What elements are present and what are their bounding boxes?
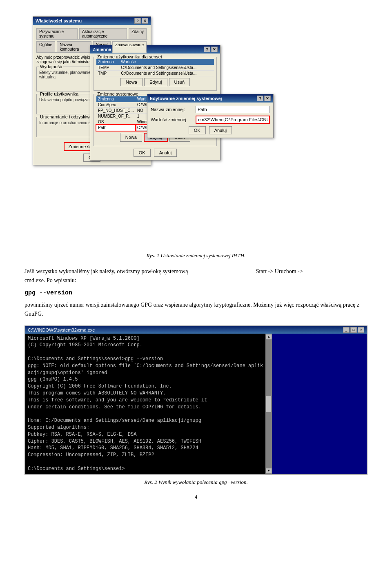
user-new-btn[interactable]: Nowa (120, 78, 143, 86)
intro-right-text: Start -> Uruchom -> (256, 268, 303, 274)
cmd-body-wrapper: Microsoft Windows XP [Wersja 5.1.2600] (… (25, 334, 367, 474)
envvars-titlebar: Zmienne środowiskowe ? ✕ (90, 45, 220, 53)
sys-var-3: OS (96, 119, 136, 125)
scrollbar-thumb[interactable] (266, 396, 271, 412)
editvar-help-btn[interactable]: ? (257, 96, 263, 101)
userprofile-label: Profile użytkownika (39, 91, 79, 96)
sys-new-btn[interactable]: Nowa (120, 133, 142, 142)
sys-vars-label: Zmienne systemowe (96, 91, 139, 96)
user-vars-label: Zmienne użytkownika dla sensei (96, 54, 163, 59)
table-row[interactable]: TEMP C:\Documents and Settings\sensei\Us… (96, 65, 214, 71)
tab-restore[interactable]: Przywracanie systemu (36, 28, 78, 39)
top-tab-bar: Przywracanie systemu Aktualizacje automa… (36, 28, 147, 40)
varname-label: Nazwa zmiennej: (151, 107, 196, 112)
varvalue-row: Wartość zmiennej: (151, 116, 270, 124)
cmd-body: Microsoft Windows XP [Wersja 5.1.2600] (… (25, 334, 265, 474)
close-btn[interactable]: ✕ (142, 18, 148, 24)
sysprops-titlebar: Właściwości systemu ? ✕ (33, 17, 151, 25)
figure1-caption: Rys. 1 Ustawianie zmiennej systemowej PA… (24, 252, 368, 259)
editvar-title: Edytowanie zmiennej systemowej (150, 96, 222, 101)
user-var-1: TMP (96, 71, 119, 76)
cmd-window: C:\WINDOWS\system32\cmd.exe _ □ ✕ Micros… (24, 325, 368, 475)
editvar-cancel-btn[interactable]: Anuluj (209, 126, 232, 134)
editvar-content: Nazwa zmiennej: Wartość zmiennej: OK Anu… (147, 102, 273, 138)
editvar-ok-btn[interactable]: OK (189, 126, 206, 134)
page-number: 4 (24, 494, 368, 500)
user-vars-section: Zmienne użytkownika dla sensei Zmienna W… (94, 57, 217, 91)
cmd-line-17: Compression: Uncompressed, ZIP, ZLIB, BZ… (28, 452, 263, 459)
tab-updates[interactable]: Aktualizacje automatyczne (79, 28, 127, 39)
intro-col-left: Jeśli wszystko wykonaliśmy jak należy, o… (24, 267, 248, 285)
envvars-cancel-btn[interactable]: Anuluj (154, 149, 177, 157)
user-val-0: C:\Documents and Settings\sensei\Usta... (119, 65, 214, 71)
cmd-line-8: This program comes with ABSOLUTELY NO WA… (28, 390, 263, 397)
cmd-line-13: Supported algorithms: (28, 424, 263, 431)
cmd-line-16: Hash: MD5, SHA1, RIPEMD160, SHA256, SHA3… (28, 445, 263, 452)
help-btn[interactable]: ? (134, 18, 141, 24)
sys-col-var: Zmienna (96, 96, 136, 102)
user-vars-table: Zmienna Wartość TEMP C:\Documents and Se… (96, 59, 214, 76)
editvar-title-btns: ? ✕ (257, 96, 271, 101)
figure1-area: Właściwości systemu ? ✕ Przywracanie sys… (24, 12, 368, 249)
gpg-command: gpg --version (24, 290, 368, 296)
cmd-title: C:\WINDOWS\system32\cmd.exe (28, 328, 95, 332)
user-var-buttons: Nowa Edytuj Usuń (96, 78, 214, 86)
scrollbar-down-btn[interactable]: ▼ (266, 468, 272, 473)
cmd-line-9: This is free software, and you are welco… (28, 397, 263, 404)
varname-input[interactable] (196, 106, 270, 113)
cmd-line-19: C:\Documents and Settings\sensei> (28, 466, 263, 472)
cmd-close-btn[interactable]: ✕ (358, 327, 364, 333)
envvars-help-btn[interactable]: ? (204, 47, 210, 52)
user-edit-btn[interactable]: Edytuj (144, 78, 167, 86)
sysprops-title: Właściwości systemu (36, 18, 82, 23)
envvars-title-btns: ? ✕ (204, 47, 218, 52)
cmd-line-2 (28, 349, 263, 356)
cmd-titlebar: C:\WINDOWS\system32\cmd.exe _ □ ✕ (25, 326, 367, 334)
sys-var-0: ComSpec (96, 102, 136, 108)
editvar-bottom-btns: OK Anuluj (151, 126, 270, 134)
para1-text: powinniśmy ujrzeć numer wersji zainstalo… (24, 301, 368, 319)
intro-left-text: Jeśli wszystko wykonaliśmy jak należy, o… (24, 268, 188, 274)
cmd-line-5: acji/gnupg\options' ignored (28, 370, 263, 377)
envvars-ok-btn[interactable]: OK (134, 149, 151, 157)
sys-var-4: Path (96, 125, 136, 131)
varvalue-label: Wartość zmiennej: (151, 117, 196, 122)
tab-remote[interactable]: Zdalny (129, 28, 147, 39)
intro-col-right: Start -> Uruchom -> (256, 267, 368, 285)
cmd-line-18 (28, 459, 263, 466)
user-val-1: C:\Documents and Settings\sensei\Usta... (119, 71, 214, 76)
editvar-close-btn[interactable]: ✕ (264, 96, 271, 101)
varname-row: Nazwa zmiennej: (151, 106, 270, 113)
cmd-line-6: gpg (GnuPG) 1.4.5 (28, 376, 263, 383)
figure2-caption: Rys. 2 Wynik wywołania polecenia gpg –ve… (24, 479, 368, 486)
user-delete-btn[interactable]: Usuń (169, 78, 190, 86)
cmd-titlebar-btns: _ □ ✕ (343, 327, 364, 333)
cmd-minimize-btn[interactable]: _ (343, 327, 350, 333)
sysprops-title-btns: ? ✕ (134, 18, 148, 24)
tab-computer[interactable]: Nazwa komputera (57, 41, 91, 52)
table-row[interactable]: TMP C:\Documents and Settings\sensei\Ust… (96, 71, 214, 76)
user-col-var: Zmienna (96, 59, 119, 65)
tab-advanced[interactable]: Zaawansowane (112, 41, 147, 53)
varvalue-input[interactable] (196, 116, 270, 124)
cmd-scrollbar[interactable]: ▲ ▼ (265, 334, 272, 474)
intro-cont-text: cmd.exe. Po wpisaniu: (24, 277, 76, 283)
cmd-line-0: Microsoft Windows XP [Wersja 5.1.2600] (28, 335, 263, 342)
intro-text-cols: Jeśli wszystko wykonaliśmy jak należy, o… (24, 267, 368, 285)
editvar-dialog: Edytowanie zmiennej systemowej ? ✕ Nazwa… (147, 94, 274, 138)
envvars-close-btn[interactable]: ✕ (211, 47, 218, 52)
editvar-titlebar: Edytowanie zmiennej systemowej ? ✕ (147, 94, 273, 102)
sys-var-2: NUMBER_OF_P... (96, 114, 136, 119)
cmd-line-11 (28, 410, 263, 417)
envvars-bottom-btns: OK Anuluj (94, 149, 217, 157)
sys-var-1: FP_NO_HOST_C... (96, 108, 136, 114)
cmd-line-15: Cipher: 3DES, CAST5, BLOWFISH, AES, AES1… (28, 438, 263, 445)
cmd-restore-btn[interactable]: □ (350, 327, 357, 333)
cmd-line-4: gpg: NOTE: old default options file `C:/… (28, 363, 263, 370)
performance-label: Wydajność (39, 64, 63, 69)
cmd-line-1: (C) Copyright 1985-2001 Microsoft Corp. (28, 342, 263, 349)
cmd-line-14: Pubkey: RSA, RSA-E, RSA-S, ELG-E, DSA (28, 431, 263, 438)
scrollbar-up-btn[interactable]: ▲ (266, 334, 272, 339)
tab-general[interactable]: Ogólne (36, 41, 55, 52)
cmd-line-3: C:\Documents and Settings\sensei>gpg --v… (28, 356, 263, 363)
